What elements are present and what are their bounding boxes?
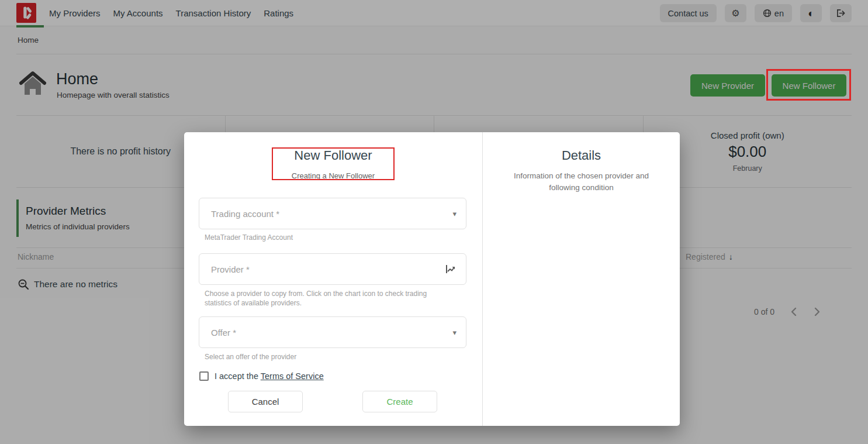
terms-text: I accept the Terms of Service (215, 371, 324, 381)
offer-helper: Select an offer of the provider (205, 352, 296, 362)
dialog-form-panel: New Follower Creating a New Follower Tra… (184, 132, 483, 426)
provider-label: Provider * (211, 264, 445, 274)
terms-of-service-link[interactable]: Terms of Service (261, 371, 324, 381)
provider-helper: Choose a provider to copy from. Click on… (205, 289, 438, 308)
dialog-subtitle: Creating a New Follower (184, 171, 482, 180)
terms-prefix: I accept the (215, 371, 261, 381)
cancel-button[interactable]: Cancel (228, 391, 303, 412)
chevron-down-icon: ▾ (452, 209, 457, 218)
trading-account-helper: MetaTrader Trading Account (205, 233, 293, 242)
offer-label: Offer * (211, 328, 452, 338)
offer-select[interactable]: Offer * ▾ (199, 316, 466, 348)
terms-row: I accept the Terms of Service (199, 371, 324, 381)
chart-icon (445, 263, 457, 275)
details-subtitle: Information of the chosen provider and f… (513, 170, 651, 194)
terms-checkbox[interactable] (199, 371, 209, 381)
details-title: Details (483, 148, 680, 163)
dialog-details-panel: Details Information of the chosen provid… (483, 132, 680, 426)
new-follower-dialog: New Follower Creating a New Follower Tra… (184, 132, 680, 426)
dialog-title: New Follower (184, 148, 482, 163)
trading-account-label: Trading account * (211, 209, 452, 219)
chevron-down-icon: ▾ (452, 328, 457, 337)
provider-select[interactable]: Provider * (199, 253, 466, 285)
provider-chart-button[interactable] (445, 263, 457, 275)
trading-account-select[interactable]: Trading account * ▾ (199, 198, 466, 229)
page: My Providers My Accounts Transaction His… (0, 0, 868, 444)
create-button[interactable]: Create (362, 391, 437, 412)
